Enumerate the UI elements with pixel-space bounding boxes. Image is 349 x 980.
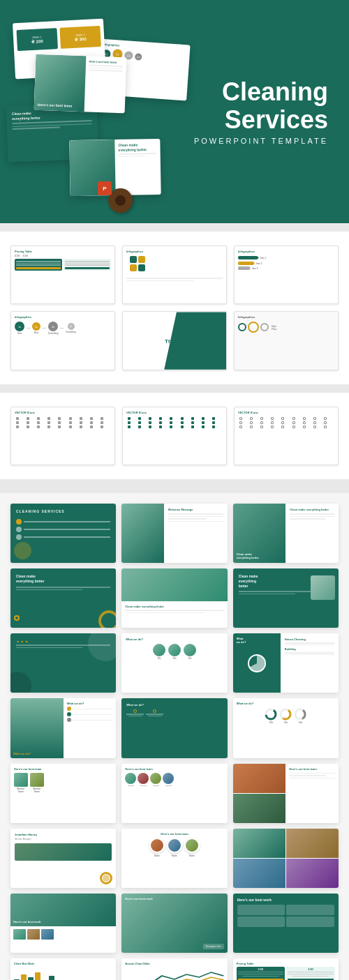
- slide-infographic-circles: Infographics 1s Stat 2s Best 3s Somethin…: [10, 311, 115, 370]
- detail-slide-bestwork-teal: Here's our best work: [233, 894, 339, 953]
- section-icons: VECTOR ICons VECTOR ICons: [0, 393, 349, 479]
- slide-vector-icons-2: VECTOR ICons: [122, 407, 227, 465]
- slide-thanks: Thanks: [122, 311, 227, 370]
- detail-slide-cleaning: CLEANING SERVICES: [10, 504, 116, 563]
- detail-slide-clean-1: Clean makeeverything better Clean make e…: [233, 504, 339, 563]
- hero-card-5: Clean makeeverything better: [69, 139, 161, 196]
- detail-slide-whatwedo-photo: What we do? What we do?: [10, 698, 116, 757]
- slide-infographic-2: Infographics Item 1 Item 2 Item 3: [234, 246, 339, 304]
- section-divider-1: [0, 223, 349, 232]
- detail-slide-whatwedo-teal-2: What we do?: [121, 698, 227, 757]
- detail-slide-barchart: Chart Bar Slide: [10, 958, 116, 980]
- detail-slide-bestwork-1: [233, 829, 339, 888]
- detail-slide-bestwork-2: Here's our best work: [10, 894, 116, 953]
- coffee-cup: [108, 188, 133, 213]
- section-preview-1: Pricing Table $ 200 $ 500: [0, 232, 349, 384]
- powerpoint-icon: P: [98, 181, 112, 195]
- hero-section: Make 1₴ 200 Make 2₴ 300 Here's our best …: [0, 0, 349, 223]
- detail-slide-clean-teal: Clean makeeverything better: [10, 568, 116, 628]
- detail-slide-whatwedo-teal: ▲ ▲ ▲: [10, 633, 116, 693]
- detail-slide-team-3: Here's our best team: [233, 764, 339, 823]
- detail-slide-whatwedo-pie: Whatwe do? House Cleaning Building: [233, 633, 339, 693]
- slide-vector-icons-3: VECTOR ICons: [234, 407, 339, 465]
- detail-slide-linechart: Assets Chart Slide Line 1 Line 2: [121, 958, 227, 980]
- detail-slide-donut: What we do? Title Titl: [233, 698, 339, 757]
- slide-vector-icons-1: VECTOR ICons: [10, 407, 115, 465]
- slide-placeholder: Infographics RightPlace: [234, 311, 339, 370]
- detail-slide-clean-teal-2: Clean makeeverythingbetter: [233, 568, 339, 628]
- detail-slide-team-circle: Here's our best team Name Name Name: [121, 829, 227, 888]
- detail-slide-pricing-2: Pricing Table $ 200 $ 500: [233, 958, 339, 980]
- detail-slide-bestwork-3: Here's our best work Description here: [121, 894, 227, 953]
- detail-slide-whatwedo-circles: What we do? Title Title Title: [121, 633, 227, 693]
- hero-card-2: Here's our best team Here's our best tea…: [34, 54, 127, 113]
- detail-slide-team-2: Here's our best team Member Member Membe…: [121, 764, 227, 823]
- hero-title: Cleaning Services POWERPOINT TEMPLATE: [194, 78, 328, 145]
- detailed-section: CLEANING SERVICES: [0, 493, 349, 980]
- detail-slide-jonathan: Jonathan Harvey Member Manager: [10, 829, 116, 888]
- section-divider-3: [0, 479, 349, 493]
- slide-infographic-1: Infographics: [122, 246, 227, 304]
- detail-slide-clean-photo: Clean make everything better: [121, 568, 227, 628]
- section-divider-2: [0, 384, 349, 393]
- slide-pricing: Pricing Table $ 200 $ 500: [10, 246, 115, 304]
- detail-slide-welcome: Welcome Message: [121, 504, 227, 563]
- detail-slide-team-1: Here's our best team MemberName MemberNa…: [10, 764, 116, 823]
